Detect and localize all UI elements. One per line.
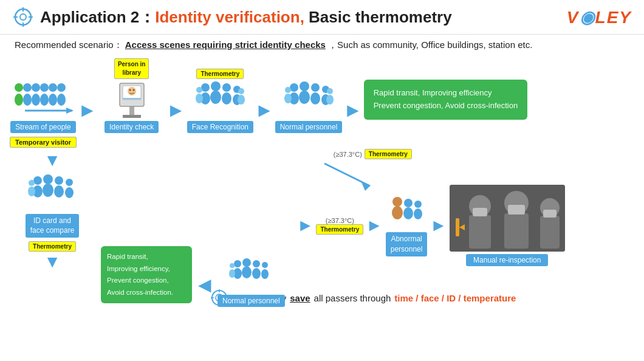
svg-point-39 [238, 88, 244, 94]
arrow-id-to-abnormal: ► [297, 217, 314, 234]
svg-point-14 [49, 83, 57, 92]
svg-rect-83 [469, 215, 491, 249]
person-in-library-badge: Person inlibrary [114, 58, 149, 79]
manual-label: Manual re-inspection [466, 254, 548, 266]
left-arrow-area: ◀ [198, 277, 211, 294]
svg-point-72 [229, 269, 235, 278]
svg-point-58 [54, 185, 64, 198]
arrow-to-abnormal: ► [366, 217, 383, 234]
svg-point-46 [310, 92, 320, 105]
down-arrow-left2: ▼ [44, 252, 61, 272]
temporary-visitor-badge: Temporary visitor [10, 137, 77, 148]
svg-rect-87 [508, 205, 525, 215]
svg-point-70 [261, 269, 269, 279]
normal-bottom-people-icon [228, 257, 274, 294]
brand-logo: V◉LEY [567, 7, 632, 27]
left-branch: Temporary visitor ▼ ID card andface comp… [10, 137, 95, 272]
id-card-label: ID card andface compare [26, 214, 80, 238]
svg-point-56 [43, 184, 53, 197]
down-arrow-left: ▼ [44, 150, 61, 171]
svg-point-62 [28, 187, 35, 196]
middle-branch: (≥37.3°C) Thermometry ► (≥37.3°C) Thermo… [297, 149, 565, 266]
green-box-line2: Prevent congestion, Avoid cross-infectio… [374, 100, 518, 112]
svg-point-8 [23, 83, 32, 92]
identity-label: Identity verification, [155, 8, 304, 26]
svg-point-34 [222, 92, 231, 105]
arrow-left-to-normal: ◀ [198, 277, 211, 294]
svg-point-57 [55, 176, 63, 185]
svg-point-51 [327, 88, 333, 94]
svg-point-11 [32, 94, 40, 106]
svg-rect-86 [504, 213, 529, 249]
normal-people-icon [283, 80, 335, 120]
arrow3: ► [255, 100, 274, 120]
svg-point-67 [253, 260, 260, 267]
svg-point-44 [299, 91, 310, 104]
svg-point-9 [23, 94, 32, 106]
header-title: Application 2：Identity verification, Bas… [40, 7, 452, 28]
normal-node: Normal personnel [275, 80, 342, 133]
svg-point-29 [201, 83, 210, 92]
gbs-line1: Rapid transit, [107, 251, 186, 263]
svg-point-66 [242, 266, 252, 278]
thermometry-badge-bottom2: Thermometry [316, 224, 363, 235]
gbs-line3: Prevent congestion, [107, 275, 186, 287]
temp-diag-area: (≥37.3°C) Thermometry [334, 149, 412, 159]
svg-rect-21 [123, 115, 141, 118]
svg-point-33 [222, 83, 231, 92]
svg-point-13 [40, 94, 49, 106]
svg-point-53 [33, 176, 42, 185]
scenario-suffix: ，Such as community, Office buildings, st… [328, 40, 532, 50]
bottom-flow-row: ► (≥37.3°C) Thermometry ► [297, 185, 565, 266]
identity-node: Person inlibrary Identity check [98, 58, 165, 133]
stream-label: Stream of people [10, 121, 75, 133]
gbs-line2: Improving efficiency, [107, 263, 186, 275]
stream-node: Stream of people [10, 80, 77, 133]
svg-point-10 [32, 83, 40, 92]
svg-rect-89 [540, 216, 560, 249]
scenario-highlight: Access scenes requiring strict identity … [125, 40, 326, 50]
svg-point-40 [238, 95, 245, 105]
bottom-green-area: Rapid transit, Improving efficiency, Pre… [101, 246, 192, 303]
thermometry-badge-bottom-left: Thermometry [29, 241, 76, 252]
svg-point-6 [15, 83, 23, 92]
temp-threshold-top: (≥37.3°C) [334, 151, 362, 158]
app-label: Application 2： [40, 8, 155, 26]
svg-point-26 [132, 89, 134, 91]
main-content: Stream of people ► Person inlibrary [0, 56, 644, 309]
abnormal-label: Abnormalpersonnel [386, 232, 428, 256]
scenario-prefix: Recommended scenario： [15, 40, 123, 50]
header: Application 2：Identity verification, Bas… [0, 0, 644, 35]
svg-point-12 [40, 83, 49, 92]
svg-point-45 [311, 83, 320, 92]
abnormal-people-icon [385, 194, 428, 231]
id-card-people-icon [27, 173, 78, 213]
identity-device-icon [111, 80, 153, 120]
svg-point-80 [414, 208, 422, 219]
svg-point-61 [29, 180, 35, 186]
abnormal-node: Abnormalpersonnel [385, 194, 428, 256]
svg-point-49 [285, 87, 291, 93]
svg-point-25 [129, 89, 131, 91]
normal-top-label: Normal personnel [275, 121, 343, 133]
svg-point-78 [403, 207, 413, 219]
normal-bottom-label: Normal personnel [218, 295, 285, 307]
photo-box [450, 185, 565, 252]
svg-point-63 [234, 260, 241, 267]
svg-point-77 [404, 199, 413, 207]
svg-rect-84 [473, 208, 487, 216]
manual-photo-icon [450, 185, 565, 252]
identity-label: Identity check [104, 121, 159, 133]
arrow1: ► [78, 100, 97, 120]
svg-point-50 [284, 94, 292, 103]
svg-point-60 [65, 187, 74, 198]
stream-people-icon [13, 80, 74, 120]
normal-bottom-node: Normal personnel [218, 257, 285, 307]
arrow2: ► [166, 100, 186, 120]
svg-point-16 [57, 83, 66, 92]
svg-point-68 [252, 268, 261, 279]
svg-point-32 [210, 91, 221, 104]
svg-point-71 [230, 263, 235, 268]
green-box-small: Rapid transit, Improving efficiency, Pre… [101, 246, 192, 303]
green-box-line1: Rapid transit, Improving efficiency [374, 87, 518, 100]
